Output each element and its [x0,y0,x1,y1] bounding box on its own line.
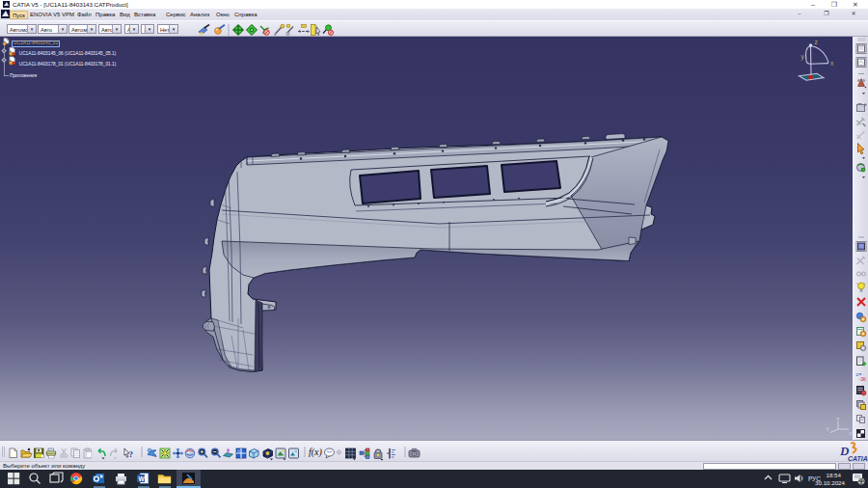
svg-text:-3К: -3К [859,376,866,382]
svg-text:x: x [830,60,834,67]
svg-text:18:54: 18:54 [827,472,842,478]
svg-text:z: z [837,416,840,421]
svg-text:y: y [801,53,805,61]
svg-text:?: ? [129,449,134,459]
svg-text:f(x): f(x) [309,447,323,458]
svg-text:30.10.2024: 30.10.2024 [815,479,846,486]
svg-text:y: y [827,425,829,431]
svg-text:W: W [139,475,146,482]
svg-text:z: z [815,39,818,45]
svg-text:21: 21 [858,479,864,484]
